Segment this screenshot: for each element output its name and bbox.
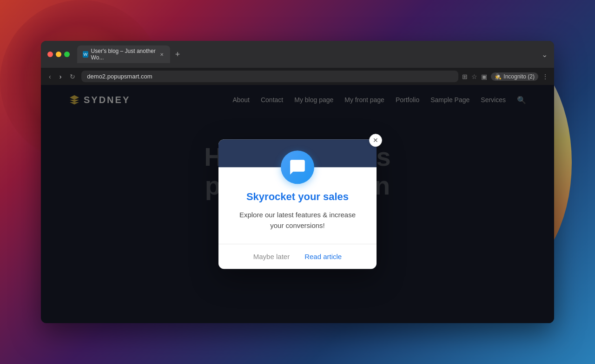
tab-favicon: W	[83, 51, 88, 58]
popup-modal: ✕ Skyrocket your sales Explore our lates…	[218, 139, 377, 269]
close-window-button[interactable]	[47, 52, 53, 57]
incognito-badge: 🕵 Incognito (2)	[491, 72, 538, 81]
maybe-later-button[interactable]: Maybe later	[253, 253, 290, 260]
bookmark-icon[interactable]: ☆	[471, 73, 477, 80]
browser-window: W User's blog – Just another Wo... ✕ + ⌄…	[41, 41, 554, 323]
reload-button[interactable]: ↻	[67, 72, 78, 82]
popup-footer: Maybe later Read article	[218, 244, 377, 269]
chat-bubble-icon	[289, 158, 306, 176]
popup-close-button[interactable]: ✕	[369, 134, 382, 147]
browser-chrome: W User's blog – Just another Wo... ✕ + ⌄…	[41, 41, 554, 85]
popup-chat-icon	[281, 150, 314, 184]
forward-button[interactable]: ›	[57, 72, 64, 82]
traffic-lights	[47, 52, 70, 57]
new-tab-button[interactable]: +	[172, 49, 183, 60]
nav-right-icons: ⊞ ☆ ▣ 🕵 Incognito (2) ⋮	[462, 72, 549, 81]
tab-close-button[interactable]: ✕	[159, 51, 165, 58]
minimize-window-button[interactable]	[56, 52, 61, 57]
fullscreen-window-button[interactable]	[64, 52, 70, 57]
tab-panel-icon[interactable]: ▣	[481, 73, 487, 80]
tab-bar: W User's blog – Just another Wo... ✕ +	[77, 46, 538, 63]
popup-title: Skyrocket your sales	[233, 190, 362, 204]
browser-titlebar: W User's blog – Just another Wo... ✕ + ⌄	[41, 41, 554, 68]
popup-icon-wrapper	[281, 150, 314, 184]
back-button[interactable]: ‹	[46, 72, 53, 82]
popup-description: Explore our latest features & increase y…	[233, 210, 362, 231]
browser-navbar: ‹ › ↻ ⊞ ☆ ▣ 🕵 Incognito (2) ⋮	[41, 68, 554, 85]
address-bar[interactable]	[81, 71, 458, 82]
menu-icon[interactable]: ⋮	[542, 73, 549, 80]
read-article-button[interactable]: Read article	[304, 253, 342, 260]
popup-top-accent: ✕	[218, 139, 377, 167]
grid-icon[interactable]: ⊞	[462, 73, 468, 80]
close-icon: ✕	[373, 136, 378, 144]
tab-title: User's blog – Just another Wo...	[91, 48, 157, 61]
active-tab[interactable]: W User's blog – Just another Wo... ✕	[77, 46, 170, 63]
website-content: SYDNEY About Contact My blog page My fro…	[41, 85, 554, 323]
tab-right-controls[interactable]: ⌄	[542, 50, 548, 59]
incognito-icon: 🕵	[495, 73, 502, 80]
incognito-label: Incognito (2)	[503, 73, 535, 80]
